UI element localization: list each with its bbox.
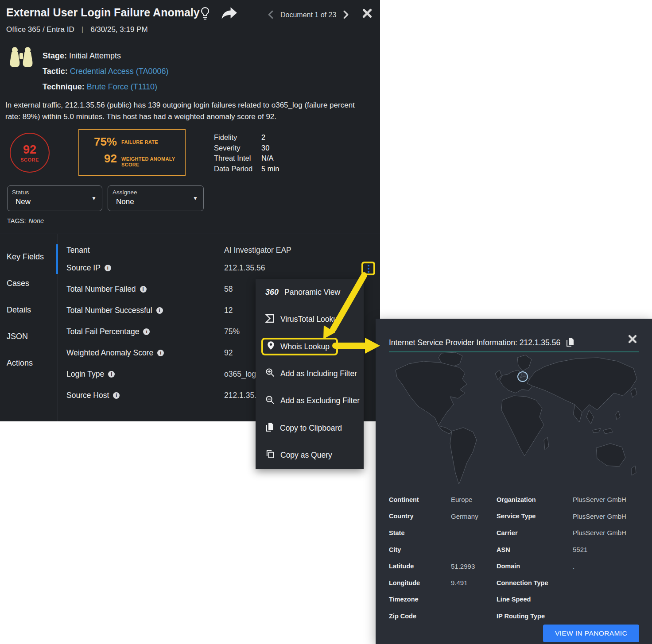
active-tab-indicator xyxy=(56,244,58,274)
close-icon xyxy=(628,338,637,345)
info-icon[interactable]: i xyxy=(108,371,115,378)
menu-item-whois-lookup[interactable]: Whois Lookup xyxy=(256,333,364,360)
failure-rate-value: 75% xyxy=(84,135,117,148)
stat-data-period: Data Period5 min xyxy=(214,164,279,174)
kebab-dot xyxy=(368,268,369,270)
status-dropdown[interactable]: Status New ▼ xyxy=(7,185,102,211)
dropdown-arrow-icon: ▼ xyxy=(91,195,97,201)
popup-header: Internet Service Provider Information: 2… xyxy=(389,337,574,348)
copy-page-icon xyxy=(265,422,274,434)
copy-icon xyxy=(566,342,574,348)
copy-pages-icon xyxy=(265,449,275,461)
section-divider xyxy=(0,234,380,234)
anomaly-description: In external traffic, 212.1.35.56 (public… xyxy=(5,100,362,123)
metrics-box: 75% FAILURE RATE 92 WEIGHTED ANOMALY SCO… xyxy=(78,129,186,176)
subtitle-separator: | xyxy=(82,25,83,34)
status-dropdown-value: New xyxy=(12,197,97,206)
field-row-tenant: Tenant AI Investigator EAP xyxy=(66,246,362,255)
info-icon[interactable]: i xyxy=(140,286,147,293)
chevron-right-icon xyxy=(343,10,349,20)
weighted-anomaly-row: 92 WEIGHTED ANOMALY SCORE xyxy=(84,152,180,168)
zoom-plus-icon xyxy=(265,368,275,379)
technique-line: Technique: Brute Force (T1110) xyxy=(43,79,168,95)
alert-timestamp: 6/30/25, 3:19 PM xyxy=(90,25,147,34)
stage-label: Stage: xyxy=(43,51,67,60)
share-button[interactable] xyxy=(220,7,238,22)
binoculars-icon xyxy=(8,46,35,95)
weighted-anomaly-value: 92 xyxy=(84,152,117,165)
source-ip-kebab-menu-button[interactable] xyxy=(361,262,375,275)
risk-score-label: SCORE xyxy=(20,157,39,162)
tags-label: TAGS: xyxy=(7,217,26,224)
close-panel-button[interactable] xyxy=(362,8,372,19)
kebab-dot xyxy=(368,271,369,273)
panoramic-360-icon: 360 xyxy=(265,288,279,297)
alert-subtitle: Office 365 / Entra ID | 6/30/25, 3:19 PM xyxy=(6,25,148,34)
nav-bottom-divider xyxy=(0,384,56,384)
geo-info-table: ContinentEurope OrganizationPlusServer G… xyxy=(389,491,639,625)
tags-value: None xyxy=(28,217,44,224)
zoom-minus-icon xyxy=(265,395,275,407)
info-icon[interactable]: i xyxy=(105,265,111,271)
tab-cases[interactable]: Cases xyxy=(7,279,29,288)
tab-json[interactable]: JSON xyxy=(7,332,28,341)
tab-details[interactable]: Details xyxy=(7,305,31,315)
chevron-left-icon xyxy=(268,10,273,20)
isp-info-popup: Internet Service Provider Information: 2… xyxy=(376,319,652,644)
technique-label: Technique: xyxy=(43,82,85,91)
whois-highlight-box: Whois Lookup xyxy=(261,338,338,355)
tactic-link[interactable]: Credential Access (TA0006) xyxy=(70,67,169,76)
menu-item-virustotal-lookup[interactable]: VirusTotal Lookup xyxy=(256,306,364,333)
assignee-dropdown[interactable]: Assignee None ▼ xyxy=(108,185,204,211)
share-arrow-icon xyxy=(220,15,238,22)
stat-severity: Severity30 xyxy=(214,143,279,154)
stats-list: Fidelity2 Severity30 Threat IntelN/A Dat… xyxy=(214,132,279,174)
popup-title: Internet Service Provider Information: 2… xyxy=(389,338,560,347)
virustotal-icon xyxy=(265,314,275,325)
status-dropdown-label: Status xyxy=(12,189,97,196)
copy-ip-button[interactable] xyxy=(566,337,574,348)
tab-key-fields[interactable]: Key Fields xyxy=(7,252,44,262)
weighted-anomaly-label: WEIGHTED ANOMALY SCORE xyxy=(121,152,180,168)
prev-document-button[interactable] xyxy=(268,10,273,20)
tab-actions[interactable]: Actions xyxy=(7,359,33,368)
menu-item-panoramic-view[interactable]: 360 Panoramic View xyxy=(256,279,364,306)
location-pin-icon xyxy=(267,341,275,352)
world-map xyxy=(389,352,639,487)
technique-link[interactable]: Brute Force (T1110) xyxy=(87,82,157,91)
field-row-source-ip: Source IPi 212.1.35.56 xyxy=(66,263,362,273)
source-ip-context-menu: 360 Panoramic View VirusTotal Lookup Who… xyxy=(256,279,364,469)
menu-item-add-including-filter[interactable]: Add as Including Filter xyxy=(256,360,364,387)
document-counter: Document 1 of 23 xyxy=(280,11,336,19)
stage-line: Stage: Initial Attempts xyxy=(43,48,168,64)
geo-location-marker xyxy=(518,372,528,382)
risk-score-value: 92 xyxy=(23,143,36,156)
stage-value: Initial Attempts xyxy=(69,51,121,60)
menu-item-copy-to-clipboard[interactable]: Copy to Clipboard xyxy=(256,414,364,441)
page-title: External User Login Failure Anomaly xyxy=(6,6,200,19)
tactic-label: Tactic: xyxy=(43,67,68,76)
info-icon[interactable]: i xyxy=(143,328,150,335)
popup-close-button[interactable] xyxy=(628,335,637,345)
risk-score-badge: 92 SCORE xyxy=(10,133,50,173)
document-pagination: Document 1 of 23 xyxy=(268,9,349,21)
tactic-line: Tactic: Credential Access (TA0006) xyxy=(43,64,168,79)
datasource-label: Office 365 / Entra ID xyxy=(6,25,74,34)
screenshot-canvas: External User Login Failure Anomaly xyxy=(0,0,652,644)
dropdown-arrow-icon: ▼ xyxy=(193,195,198,201)
view-in-panoramic-button[interactable]: VIEW IN PANORAMIC xyxy=(543,625,639,642)
menu-item-copy-as-query[interactable]: Copy as Query xyxy=(256,442,364,469)
assignee-dropdown-label: Assignee xyxy=(113,189,199,196)
next-document-button[interactable] xyxy=(343,10,349,20)
info-icon[interactable]: i xyxy=(113,392,120,399)
info-icon[interactable]: i xyxy=(156,307,163,314)
info-icon[interactable]: i xyxy=(157,350,164,356)
failure-rate-label: FAILURE RATE xyxy=(121,135,158,145)
close-icon xyxy=(362,13,372,19)
insight-bulb-button[interactable] xyxy=(199,7,211,22)
kebab-dot xyxy=(368,265,369,266)
menu-item-add-excluding-filter[interactable]: Add as Excluding Filter xyxy=(256,387,364,414)
lightbulb-icon xyxy=(199,15,211,22)
stat-fidelity: Fidelity2 xyxy=(214,132,279,143)
assignee-dropdown-value: None xyxy=(113,197,199,206)
